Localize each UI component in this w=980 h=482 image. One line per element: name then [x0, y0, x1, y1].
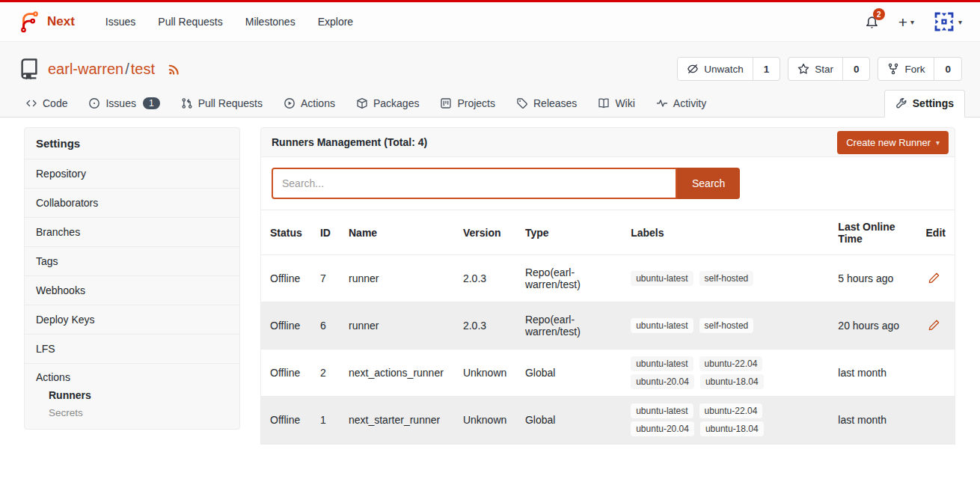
star-button[interactable]: Star: [788, 58, 843, 80]
runners-panel-body: Search Status ID Name Version Type Label…: [260, 157, 955, 445]
runner-name: runner: [340, 302, 454, 350]
runner-version: 2.0.3: [454, 255, 516, 302]
sidebar-item-actions: Actions Runners Secrets: [25, 364, 239, 429]
repo-book-icon: [18, 58, 40, 80]
tab-settings[interactable]: Settings: [884, 90, 965, 118]
home-link[interactable]: Next: [18, 10, 75, 33]
runner-labels: ubuntu-latest ubuntu-22.04 ubuntu-20.04 …: [631, 403, 780, 436]
col-status: Status: [261, 210, 311, 255]
package-icon: [356, 97, 368, 109]
project-board-icon: [440, 97, 452, 109]
runner-type: Repo(earl-warren/test): [516, 255, 622, 302]
runner-name: runner: [340, 255, 454, 302]
star-label: Star: [815, 64, 833, 75]
runner-name: next_starter_runner: [340, 397, 454, 444]
instance-title: Next: [47, 14, 75, 29]
runner-labels: ubuntu-latest self-hosted: [631, 318, 780, 333]
eye-slash-icon: [687, 63, 699, 75]
nav-item-milestones[interactable]: Milestones: [234, 9, 307, 34]
fork-button[interactable]: Fork: [878, 58, 934, 80]
sidebar-item-repository[interactable]: Repository: [25, 159, 239, 189]
tab-activity[interactable]: Activity: [646, 91, 717, 117]
sidebar-item-tags[interactable]: Tags: [25, 247, 239, 276]
sidebar-actions-label[interactable]: Actions: [36, 371, 228, 383]
page-content: Settings Repository Collaborators Branch…: [0, 118, 980, 445]
repo-owner-link[interactable]: earl-warren: [48, 61, 123, 77]
sidebar-subitem-runners[interactable]: Runners: [49, 389, 228, 401]
repo-separator: /: [125, 61, 129, 77]
edit-runner-button[interactable]: [926, 270, 942, 286]
sidebar-subitem-secrets[interactable]: Secrets: [49, 407, 228, 418]
issues-count-badge: 1: [143, 97, 160, 109]
star-icon: [797, 63, 809, 75]
user-menu[interactable]: ▾: [934, 11, 962, 32]
runners-panel: Runners Management (Total: 4) Create new…: [260, 127, 955, 445]
watchers-count[interactable]: 1: [753, 58, 780, 80]
label-chip: ubuntu-18.04: [700, 374, 764, 389]
tab-code[interactable]: Code: [15, 91, 78, 117]
runner-row: Offline 6 runner 2.0.3 Repo(earl-warren/…: [261, 302, 955, 350]
unwatch-button[interactable]: Unwatch: [678, 58, 753, 80]
label-chip: ubuntu-22.04: [699, 356, 763, 371]
runner-row: Offline 7 runner 2.0.3 Repo(earl-warren/…: [261, 255, 955, 302]
pencil-icon: [928, 319, 940, 332]
code-icon: [25, 97, 37, 109]
tab-wiki[interactable]: Wiki: [587, 91, 645, 117]
col-version: Version: [454, 210, 516, 255]
repo-title: earl-warren/test: [18, 58, 182, 80]
tab-releases[interactable]: Releases: [506, 91, 587, 117]
search-input[interactable]: [272, 168, 677, 199]
sidebar-item-deploy-keys[interactable]: Deploy Keys: [25, 305, 239, 335]
edit-runner-button[interactable]: [926, 317, 942, 333]
create-new-runner-button[interactable]: Create new Runner ▾: [837, 131, 949, 154]
runner-status: Offline: [261, 350, 311, 397]
sidebar-header: Settings: [25, 128, 239, 159]
create-new-menu[interactable]: + ▾: [898, 14, 914, 30]
sidebar-item-branches[interactable]: Branches: [25, 218, 239, 247]
tab-pull-requests[interactable]: Pull Requests: [171, 91, 273, 117]
label-chip: ubuntu-latest: [631, 318, 693, 333]
sidebar-item-webhooks[interactable]: Webhooks: [25, 276, 239, 305]
notification-count-badge: 2: [873, 8, 885, 20]
runner-row: Offline 1 next_starter_runner Unknown Gl…: [261, 397, 955, 444]
runner-version: 2.0.3: [454, 302, 516, 350]
tab-packages[interactable]: Packages: [346, 91, 429, 117]
sidebar-item-collaborators[interactable]: Collaborators: [25, 189, 239, 218]
col-name: Name: [340, 210, 454, 255]
sidebar-item-lfs[interactable]: LFS: [25, 335, 239, 364]
notifications-button[interactable]: 2: [865, 13, 879, 30]
label-chip: ubuntu-18.04: [700, 421, 764, 436]
runner-id: 2: [311, 350, 340, 397]
tab-actions[interactable]: Actions: [273, 91, 346, 117]
unwatch-label: Unwatch: [704, 64, 744, 75]
issue-icon: [88, 97, 100, 109]
plus-icon: +: [898, 14, 907, 30]
tab-issues[interactable]: Issues 1: [78, 91, 170, 117]
settings-sidebar: Settings Repository Collaborators Branch…: [24, 127, 240, 430]
navbar-right: 2 + ▾: [865, 11, 962, 32]
label-chip: self-hosted: [699, 318, 754, 333]
col-labels: Labels: [622, 210, 829, 255]
nav-item-issues[interactable]: Issues: [94, 9, 147, 34]
caret-down-icon: ▾: [910, 18, 914, 26]
runners-table: Status ID Name Version Type Labels Last …: [261, 210, 955, 444]
search-button[interactable]: Search: [677, 168, 740, 199]
rss-icon[interactable]: [167, 61, 182, 76]
runner-type: Repo(earl-warren/test): [516, 302, 622, 350]
col-last-online-time: Last Online Time: [829, 210, 916, 255]
runner-version: Unknown: [454, 397, 516, 444]
runner-id: 6: [311, 302, 340, 350]
play-circle-icon: [284, 97, 295, 109]
panel-title: Runners Management (Total: 4): [272, 136, 427, 148]
nav-item-explore[interactable]: Explore: [307, 9, 364, 34]
stars-count[interactable]: 0: [843, 58, 870, 80]
nav-item-pull-requests[interactable]: Pull Requests: [147, 9, 233, 34]
caret-down-icon: ▾: [936, 138, 940, 147]
forks-count[interactable]: 0: [934, 58, 961, 80]
tab-projects[interactable]: Projects: [429, 91, 506, 117]
forgejo-logo-icon: [18, 10, 40, 33]
search-bar: Search: [261, 157, 955, 210]
runner-status: Offline: [261, 302, 311, 350]
runner-version: Unknown: [454, 350, 516, 397]
repo-name-link[interactable]: test: [131, 61, 155, 77]
